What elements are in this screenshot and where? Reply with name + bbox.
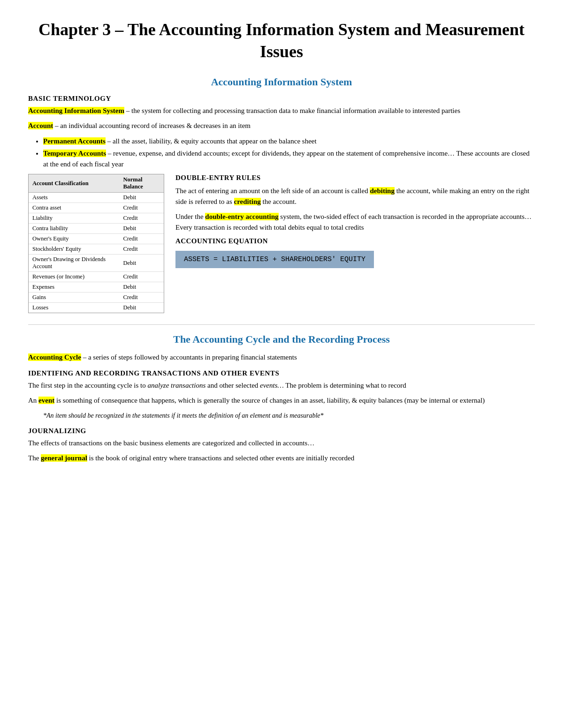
account-term: Account	[28, 122, 53, 129]
account-classification-table: Account Classification Normal Balance As…	[28, 174, 164, 313]
table-row: Contra assetCredit	[29, 203, 164, 213]
table-row: GainsCredit	[29, 293, 164, 303]
journalizing-p2-before: The	[28, 454, 41, 462]
table-row: Contra liabilityDebit	[29, 224, 164, 234]
permanent-accounts-item: Permanent Accounts – all the asset, liab…	[43, 136, 535, 147]
section-accounting-cycle: The Accounting Cycle and the Recording P…	[28, 333, 535, 464]
table-account-cell: Losses	[29, 303, 120, 313]
accounting-equation: ASSETS = LIABILITIES + SHAREHOLDERS' EQU…	[175, 251, 374, 268]
crediting-term: crediting	[234, 198, 261, 205]
section-divider	[28, 324, 535, 325]
page-title: Chapter 3 – The Accounting Information S…	[28, 19, 535, 63]
table-account-cell: Contra asset	[29, 203, 120, 213]
table-account-cell: Assets	[29, 193, 120, 203]
table-row: Stockholders' EquityCredit	[29, 244, 164, 255]
temporary-accounts-item: Temporary Accounts – revenue, expense, a…	[43, 148, 535, 169]
table-balance-cell: Debit	[120, 224, 164, 234]
table-balance-cell: Credit	[120, 293, 164, 303]
table-balance-cell: Credit	[120, 234, 164, 244]
accounting-equation-heading: ACCOUNTING EQUATION	[175, 237, 535, 245]
double-entry-p1: The act of entering an amount on the lef…	[175, 186, 535, 207]
general-journal-term: general journal	[41, 454, 87, 462]
temporary-accounts-term: Temporary Accounts	[43, 150, 106, 157]
ais-term: Accounting Information System	[28, 107, 124, 114]
table-row: LiabilityCredit	[29, 213, 164, 224]
identifing-p1: The first step in the accounting cycle i…	[28, 380, 535, 391]
table-row: AssetsDebit	[29, 193, 164, 203]
table-row: Owner's Drawing or Dividends AccountDebi…	[29, 255, 164, 272]
table-row: ExpensesDebit	[29, 282, 164, 293]
section2-heading: The Accounting Cycle and the Recording P…	[28, 333, 535, 345]
table-row: Revenues (or Income)Credit	[29, 272, 164, 282]
table-account-cell: Owner's Drawing or Dividends Account	[29, 255, 120, 272]
section-ais: Accounting Information System BASIC TERM…	[28, 76, 535, 314]
table-row: Owner's EquityCredit	[29, 234, 164, 244]
debiting-term: debiting	[370, 187, 395, 195]
event-term: event	[38, 397, 54, 404]
table-col1-header: Account Classification	[29, 174, 120, 193]
table-balance-cell: Debit	[120, 193, 164, 203]
table-account-cell: Stockholders' Equity	[29, 244, 120, 255]
account-definition: Account – an individual accounting recor…	[28, 120, 535, 131]
recognition-note: *An item should be recognized in the sta…	[43, 411, 535, 420]
table-balance-cell: Debit	[120, 255, 164, 272]
double-entry-col: DOUBLE-ENTRY RULES The act of entering a…	[175, 174, 535, 313]
table-balance-cell: Debit	[120, 303, 164, 313]
table-account-cell: Owner's Equity	[29, 234, 120, 244]
accounting-cycle-definition: Accounting Cycle – a series of steps fol…	[28, 352, 535, 363]
identifing-heading: IDENTIFING AND RECORDING TRANSACTIONS AN…	[28, 369, 535, 377]
table-account-cell: Revenues (or Income)	[29, 272, 120, 282]
permanent-accounts-term: Permanent Accounts	[43, 137, 106, 145]
accounting-cycle-term: Accounting Cycle	[28, 353, 81, 361]
double-entry-accounting-term: double-entry accounting	[205, 213, 278, 220]
table-balance-cell: Credit	[120, 203, 164, 213]
table-account-cell: Gains	[29, 293, 120, 303]
journalizing-heading: JOURNALIZING	[28, 427, 535, 435]
section1-heading: Accounting Information System	[28, 76, 535, 88]
identifing-p2: An event is something of consequence tha…	[28, 395, 535, 406]
journalizing-p1: The effects of transactions on the basic…	[28, 438, 535, 449]
journalizing-p2-after: is the book of original entry where tran…	[87, 454, 354, 462]
table-balance-cell: Credit	[120, 272, 164, 282]
table-balance-cell: Debit	[120, 282, 164, 293]
table-account-cell: Expenses	[29, 282, 120, 293]
table-row: LossesDebit	[29, 303, 164, 313]
table-balance-cell: Credit	[120, 244, 164, 255]
basic-terminology-label: BASIC TERMINOLOGY	[28, 95, 535, 103]
table-balance-cell: Credit	[120, 213, 164, 224]
double-entry-heading: DOUBLE-ENTRY RULES	[175, 174, 535, 182]
journalizing-p2: The general journal is the book of origi…	[28, 453, 535, 464]
ais-definition: Accounting Information System – the syst…	[28, 105, 535, 116]
two-col-layout: Account Classification Normal Balance As…	[28, 174, 535, 313]
account-types-list: Permanent Accounts – all the asset, liab…	[43, 136, 535, 170]
table-account-cell: Contra liability	[29, 224, 120, 234]
table-col2-header: Normal Balance	[120, 174, 164, 193]
double-entry-p2: Under the double-entry accounting system…	[175, 211, 535, 233]
table-account-cell: Liability	[29, 213, 120, 224]
